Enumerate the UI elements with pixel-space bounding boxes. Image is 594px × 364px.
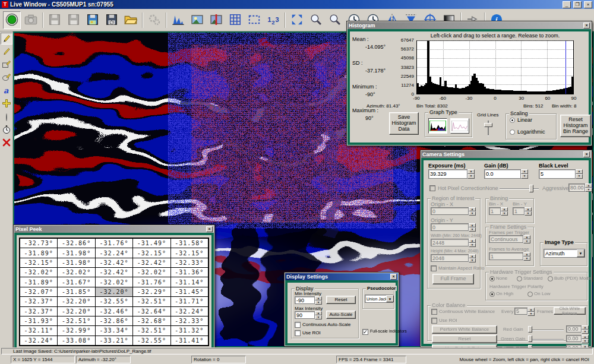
red-gain-spinner[interactable]: ▲▼ (582, 325, 589, 333)
red-gain-slider-thumb[interactable] (528, 326, 532, 333)
click-white-balance-button[interactable]: Click White Balance (554, 307, 586, 315)
hot-pixel-slider-thumb[interactable] (529, 185, 533, 192)
full-frame-button[interactable]: Full Frame (432, 274, 474, 284)
exposure-spinner[interactable]: ▲▼ (467, 169, 475, 179)
bin-y-input[interactable]: 1 (513, 207, 525, 215)
grid-lines-slider-thumb[interactable] (484, 123, 492, 127)
auto-scale-button[interactable]: Auto-Scale (326, 311, 356, 319)
processing-gears[interactable] (146, 11, 163, 29)
minimize-button[interactable]: _ (563, 1, 571, 8)
open-folder[interactable] (122, 11, 140, 29)
zoom-out[interactable] (326, 11, 344, 29)
main-titlebar[interactable]: T Live Window - CS505MUP1 sn:07955 _ ❐ × (0, 0, 594, 9)
maintain-aspect-checkbox[interactable] (431, 265, 437, 271)
histogram-close-icon[interactable]: × (583, 23, 590, 29)
camera-settings-titlebar[interactable]: Camera Settings × (421, 151, 591, 158)
min-intensity-spinner[interactable]: ▲▼ (315, 296, 322, 304)
origin-y-input[interactable]: 0 (431, 223, 469, 231)
black-level-input[interactable]: 5 (539, 169, 576, 179)
black-level-spinner[interactable]: ▲▼ (576, 169, 583, 179)
stopwatch-tool[interactable] (1, 124, 12, 136)
every-frames-spinner[interactable]: ▲▼ (527, 308, 535, 315)
text-tool[interactable]: a (1, 85, 12, 97)
image-type-dropdown-arrow-icon[interactable]: ▼ (577, 249, 584, 257)
live-view-toggle[interactable] (3, 11, 21, 29)
save-image[interactable] (46, 11, 64, 29)
green-gain-input[interactable]: 0.00 (566, 335, 582, 342)
cb-use-roi-checkbox[interactable] (431, 318, 437, 324)
green-gain-spinner[interactable]: ▲▼ (582, 335, 589, 342)
red-gain-slider-track[interactable] (529, 330, 564, 331)
min-intensity-input[interactable]: -90 (295, 296, 315, 304)
origin-y-spinner[interactable]: ▲▼ (469, 223, 476, 231)
bin-x-input[interactable]: 1 (489, 207, 501, 215)
roi-height-spinner[interactable]: ▲▼ (469, 254, 476, 262)
draw-ellipse[interactable] (1, 72, 12, 84)
draw-marker[interactable] (1, 33, 12, 45)
bin-y-spinner[interactable]: ▲▼ (525, 207, 532, 215)
restore-button[interactable]: ❐ (573, 1, 582, 8)
every-frames-input[interactable]: 5 (514, 308, 527, 315)
frames-per-trigger-input[interactable]: Continuous (489, 235, 523, 243)
full-scale-indicators-checkbox[interactable]: ✓ (362, 329, 368, 335)
color-adjust[interactable] (207, 11, 225, 29)
camera-settings-close-icon[interactable]: × (583, 151, 590, 157)
fit-to-window[interactable] (288, 11, 306, 29)
hot-pixel-checkbox[interactable] (429, 185, 435, 191)
reset-histogram-bin-range-button[interactable]: Reset Histogram Bin Range (560, 115, 591, 137)
trigger-standard-radio[interactable] (517, 276, 522, 281)
hot-pixel-threshold-spinner[interactable]: ▲▼ (585, 183, 592, 192)
gain-input[interactable]: 0.0 (484, 169, 521, 179)
continuous-wb-checkbox[interactable] (431, 309, 437, 315)
green-gain-slider-track[interactable] (529, 339, 564, 340)
move-tool[interactable] (1, 98, 12, 110)
trigger-bulb-radio[interactable] (548, 276, 553, 281)
continuous-auto-scale-checkbox[interactable] (295, 322, 301, 328)
draw-pencil[interactable] (1, 46, 12, 58)
frames-to-average-spinner[interactable]: ▲▼ (523, 252, 530, 260)
exposure-input[interactable]: 39.329 (428, 169, 467, 179)
snapshot-camera[interactable] (22, 11, 40, 29)
max-intensity-input[interactable]: 90 (295, 311, 315, 319)
save-settings[interactable] (103, 11, 121, 29)
display-reset-button[interactable]: Reset (326, 296, 356, 304)
pixel-peek-toggle[interactable]: 123 (264, 11, 282, 29)
scaling-logarithmic-radio[interactable] (510, 129, 515, 135)
hot-pixel-threshold-input[interactable]: 80.00 (568, 183, 585, 192)
pixel-peek-titlebar[interactable]: Pixel Peek × (14, 226, 214, 233)
origin-x-input[interactable]: 0 (431, 207, 469, 215)
brightness-adjust[interactable] (188, 11, 206, 29)
roi-width-spinner[interactable]: ▲▼ (469, 239, 476, 246)
scaling-linear-radio[interactable] (510, 118, 515, 123)
graph-type-filled-button[interactable] (428, 118, 447, 134)
display-use-roi-checkbox[interactable] (295, 330, 301, 336)
draw-rectangle[interactable] (1, 59, 12, 71)
frames-per-trigger-spinner[interactable]: ▲▼ (523, 235, 530, 243)
perform-white-balance-button[interactable]: Perform White Balance (432, 325, 497, 334)
roi-width-input[interactable]: 2448 (431, 239, 469, 246)
green-gain-slider-thumb[interactable] (528, 335, 532, 342)
trigger-none-radio[interactable] (489, 276, 495, 281)
close-button[interactable]: × (584, 1, 592, 8)
bin-x-spinner[interactable]: ▲▼ (501, 207, 508, 215)
histogram-window-toggle[interactable] (169, 11, 187, 29)
red-gain-input[interactable]: 0.00 (566, 325, 582, 333)
frames-to-average-input[interactable]: 1 (489, 252, 523, 260)
pixel-grid-toggle[interactable] (226, 11, 244, 29)
gain-spinner[interactable]: ▲▼ (521, 169, 528, 179)
polarity-on-high-radio[interactable] (489, 292, 495, 297)
polarity-on-low-radio[interactable] (527, 292, 533, 297)
histogram-plot[interactable] (416, 40, 574, 94)
save-sequence[interactable] (65, 11, 83, 29)
pixel-peek-close-icon[interactable]: × (206, 226, 213, 232)
zoom-one-to-one[interactable] (307, 11, 325, 29)
save-histogram-data-button[interactable]: Save Histogram Data (389, 112, 419, 135)
color-picker-wheel[interactable] (1, 111, 12, 123)
display-settings-close-icon[interactable]: × (390, 274, 397, 280)
histogram-titlebar[interactable]: Histogram × (347, 22, 591, 29)
roi-select[interactable] (245, 11, 263, 29)
pseudocolor-dropdown-arrow-icon[interactable]: ▼ (386, 295, 394, 302)
delete-annotations[interactable] (1, 137, 12, 149)
save-image-color[interactable] (84, 11, 102, 29)
roi-height-input[interactable]: 2048 (431, 254, 469, 262)
